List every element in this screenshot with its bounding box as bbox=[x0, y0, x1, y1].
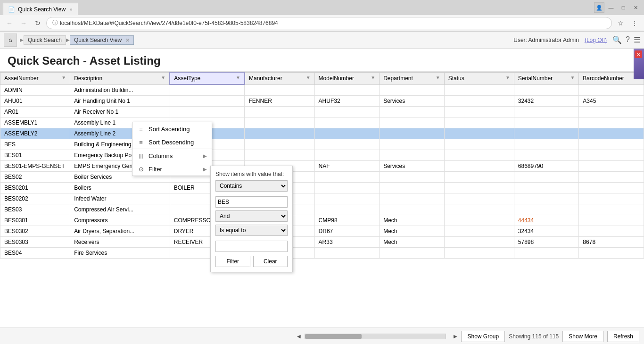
table-cell: 32434 bbox=[514, 226, 579, 236]
table-row[interactable]: BES0202Infeed Water bbox=[0, 193, 644, 204]
filter-condition1-select[interactable]: Contains Starts with Ends with Is equal … bbox=[215, 180, 288, 192]
table-row[interactable]: BESBuilding & Engineering... bbox=[0, 139, 644, 150]
col-header-status[interactable]: Status ▼ bbox=[444, 72, 514, 84]
table-cell: Air Dryers, Separation... bbox=[70, 226, 170, 236]
table-row[interactable]: BES0302Air Dryers, Separation...DRYERCOM… bbox=[0, 226, 644, 236]
table-row[interactable]: BES0303ReceiversRECEIVERCOMPAIRAR33Mech5… bbox=[0, 236, 644, 247]
table-row[interactable]: BES0201BoilersBOILER bbox=[0, 182, 644, 193]
table-cell bbox=[579, 171, 644, 182]
table-row[interactable]: ASSEMBLY1Assembly Line 1 bbox=[0, 117, 644, 128]
grid-container[interactable]: AssetNumber ▼ Description ▼ AssetType ▼ … bbox=[0, 72, 644, 325]
nav-right-section: User: Administrator Admin (Log Off) 🔍 ? … bbox=[513, 35, 640, 44]
col-header-model[interactable]: ModelNumber ▼ bbox=[314, 72, 380, 84]
table-cell bbox=[579, 106, 644, 117]
minimize-button[interactable]: — bbox=[605, 2, 617, 13]
menu-icon[interactable]: ☰ bbox=[634, 35, 640, 44]
table-cell bbox=[314, 106, 380, 117]
table-row[interactable]: ADMINAdministration Buildin... bbox=[0, 84, 644, 95]
col-header-mfr[interactable]: Manufacturer ▼ bbox=[245, 72, 314, 84]
table-cell: Compressors bbox=[70, 215, 170, 226]
app-nav-bar: ⌂ ▶ Quick Search ▶ Quick Search View ✕ U… bbox=[0, 32, 644, 49]
table-cell bbox=[314, 150, 380, 160]
table-row[interactable]: AHU01Air Handling Unit No 1FENNERAHUF32S… bbox=[0, 95, 644, 106]
table-cell bbox=[380, 150, 445, 160]
filter-clear-button[interactable]: Clear bbox=[253, 256, 288, 267]
table-cell bbox=[579, 182, 644, 193]
tab-icon: 📄 bbox=[8, 6, 15, 13]
help-icon[interactable]: ? bbox=[626, 35, 630, 44]
filter-value2-input[interactable] bbox=[215, 241, 288, 252]
columns-icon: ||| bbox=[137, 152, 145, 159]
filter-buttons: Filter Clear bbox=[215, 256, 288, 267]
horizontal-scrollbar[interactable] bbox=[305, 334, 446, 339]
table-cell bbox=[444, 226, 514, 236]
table-cell bbox=[444, 236, 514, 247]
table-cell bbox=[314, 117, 380, 128]
filter-apply-button[interactable]: Filter bbox=[215, 256, 250, 267]
show-group-button[interactable]: Show Group bbox=[461, 331, 505, 342]
tab-close-button[interactable]: × bbox=[69, 7, 72, 12]
table-row[interactable]: BES01-EMPS-GENSETEMPS Emergency Gen...GE… bbox=[0, 160, 644, 171]
browser-tab[interactable]: 📄 Quick Search View × bbox=[3, 3, 78, 15]
table-cell[interactable]: 44434 bbox=[514, 215, 579, 226]
refresh-button[interactable]: ↻ bbox=[32, 17, 43, 29]
table-row[interactable]: BES02Boiler Services bbox=[0, 171, 644, 182]
browser-menu-button[interactable]: ⋮ bbox=[629, 17, 640, 29]
log-off-link[interactable]: (Log Off) bbox=[585, 37, 607, 43]
table-row[interactable]: BES04Fire Services bbox=[0, 247, 644, 258]
table-cell bbox=[444, 215, 514, 226]
col-sort-arrow-status: ▼ bbox=[505, 75, 510, 80]
scroll-left-arrow[interactable]: ◀ bbox=[297, 334, 301, 339]
table-row[interactable]: ASSEMBLY2Assembly Line 2 bbox=[0, 128, 644, 139]
table-row[interactable]: AR01Air Receiver No 1 bbox=[0, 106, 644, 117]
filter-condition2-select[interactable]: Is equal to Contains Starts with bbox=[215, 225, 288, 236]
table-cell: 68689790 bbox=[514, 160, 579, 171]
filter-value1-input[interactable] bbox=[215, 196, 288, 208]
table-cell bbox=[579, 139, 644, 150]
table-row[interactable]: BES03Compressed Air Servi... bbox=[0, 204, 644, 215]
breadcrumb-item-quick-search[interactable]: Quick Search bbox=[24, 35, 66, 45]
col-header-desc[interactable]: Description ▼ bbox=[70, 72, 170, 84]
col-header-assettype[interactable]: AssetType ▼ bbox=[170, 72, 245, 84]
back-button[interactable]: ← bbox=[4, 17, 15, 29]
table-row[interactable]: BES01Emergency Backup Po... bbox=[0, 150, 644, 160]
col-header-dept[interactable]: Department ▼ bbox=[380, 72, 445, 84]
search-nav-icon[interactable]: 🔍 bbox=[612, 35, 622, 44]
col-header-serial[interactable]: SerialNumber ▼ bbox=[514, 72, 579, 84]
close-button[interactable]: ✕ bbox=[630, 2, 641, 13]
table-cell bbox=[380, 106, 445, 117]
show-more-button[interactable]: Show More bbox=[562, 331, 603, 342]
table-cell bbox=[514, 150, 579, 160]
breadcrumb-item-quick-search-view[interactable]: Quick Search View ✕ bbox=[70, 35, 134, 45]
table-cell: 32432 bbox=[514, 95, 579, 106]
table-cell: Administration Buildin... bbox=[70, 84, 170, 95]
menu-item-sort-asc[interactable]: ≡ Sort Ascending bbox=[132, 122, 212, 135]
restore-window-button[interactable]: 👤 bbox=[594, 2, 604, 13]
table-cell: BES04 bbox=[0, 247, 70, 258]
breadcrumb-close-button[interactable]: ✕ bbox=[125, 37, 130, 43]
filter-operator-select[interactable]: And Or bbox=[215, 210, 288, 222]
table-cell bbox=[314, 182, 380, 193]
table-cell: DR67 bbox=[314, 226, 380, 236]
home-button[interactable]: ⌂ bbox=[4, 34, 17, 47]
asset-table: AssetNumber ▼ Description ▼ AssetType ▼ … bbox=[0, 72, 644, 259]
table-row[interactable]: BES0301CompressorsCOMPRESSORCOMPAIRCMP98… bbox=[0, 215, 644, 226]
col-header-assetnum[interactable]: AssetNumber ▼ bbox=[0, 72, 70, 84]
menu-item-filter[interactable]: ⊙ Filter ▶ bbox=[132, 162, 212, 176]
table-cell bbox=[514, 117, 579, 128]
col-sort-arrow-mfr: ▼ bbox=[306, 75, 311, 80]
scroll-right-arrow[interactable]: ▶ bbox=[454, 334, 457, 339]
panel-close-button[interactable]: ✕ bbox=[635, 50, 642, 58]
bookmark-button[interactable]: ☆ bbox=[615, 17, 626, 29]
forward-button[interactable]: → bbox=[18, 17, 29, 29]
filter-condition2-row: Is equal to Contains Starts with bbox=[215, 225, 288, 236]
table-cell bbox=[245, 150, 314, 160]
url-bar[interactable]: ⓘ localhost/MEXData/#/QuickSearch/View/2… bbox=[46, 17, 612, 29]
maximize-button[interactable]: □ bbox=[618, 2, 629, 13]
menu-item-sort-desc[interactable]: ≡ Sort Descending bbox=[132, 135, 212, 149]
menu-item-columns[interactable]: ||| Columns ▶ bbox=[132, 149, 212, 162]
refresh-button[interactable]: Refresh bbox=[607, 331, 639, 342]
table-cell bbox=[579, 84, 644, 95]
filter-popup: Show items with value that: Contains Sta… bbox=[210, 166, 293, 272]
table-cell bbox=[444, 160, 514, 171]
